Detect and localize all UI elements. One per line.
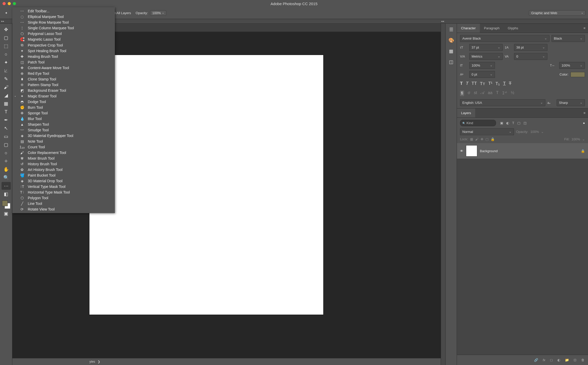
flyout-item-dodge-tool[interactable]: ◓Dodge Tool	[12, 99, 115, 105]
kerning-dropdown[interactable]: Metrics	[469, 53, 503, 60]
zoom-tool[interactable]: 🔍	[2, 174, 11, 181]
layer-thumbnail[interactable]	[466, 145, 477, 157]
discretionary-lig-button[interactable]: st	[474, 90, 477, 96]
blend-mode-dropdown[interactable]: Normal	[460, 128, 514, 135]
ligatures-button[interactable]: fi	[460, 90, 464, 96]
layer-mask-icon[interactable]: ◻	[550, 358, 553, 362]
flyout-item-content-aware-move-tool[interactable]: ✥Content-Aware Move Tool	[12, 65, 115, 71]
layer-row[interactable]: 👁 Background 🔒	[457, 143, 588, 159]
layer-list[interactable]: 👁 Background 🔒	[457, 143, 588, 355]
flyout-item-count-tool[interactable]: 1₂₃Count Tool	[12, 144, 115, 150]
flyout-item-sponge-tool[interactable]: ❉Sponge Tool	[12, 110, 115, 116]
workspace-dropdown[interactable]: Graphic and Web	[529, 10, 585, 16]
flyout-item-red-eye-tool[interactable]: ⊕Red Eye Tool	[12, 71, 115, 76]
ellipse-tool[interactable]: ○	[2, 149, 11, 157]
edit-toolbar-tool[interactable]: ⋯	[2, 182, 11, 190]
flyout-item-note-tool[interactable]: ▤Note Tool	[12, 139, 115, 144]
flyout-item-magic-eraser-tool[interactable]: ✦Magic Eraser Tool	[12, 93, 115, 99]
quick-mask-tool[interactable]: ◧	[2, 190, 11, 198]
visibility-icon[interactable]: 👁	[460, 149, 463, 153]
flyout-item-healing-brush-tool[interactable]: ✚Healing Brush Tool	[12, 54, 115, 59]
layer-group-icon[interactable]: 📁	[565, 358, 569, 362]
link-layers-icon[interactable]: 🔗	[534, 358, 538, 362]
underline-button[interactable]: T	[503, 81, 506, 86]
flyout-item-elliptical-marquee-tool[interactable]: ◌Elliptical Marquee Tool	[12, 14, 115, 20]
flyout-item-rotate-view-tool[interactable]: ⟳Rotate View Tool	[12, 206, 115, 212]
flyout-item-single-row-marquee-tool[interactable]: ⋯Single Row Marquee Tool	[12, 20, 115, 25]
swash-button[interactable]: 𝒜	[481, 90, 484, 96]
hand-tool[interactable]: ✋	[2, 166, 11, 173]
foreground-color-swatch[interactable]	[2, 200, 8, 206]
italic-button[interactable]: T	[466, 81, 468, 86]
panel-menu-icon[interactable]: ≡	[581, 24, 588, 33]
color-swatches[interactable]	[2, 200, 11, 209]
filter-adjust-icon[interactable]: ◐	[506, 121, 509, 125]
flyout-item-sharpen-tool[interactable]: ▲Sharpen Tool	[12, 122, 115, 127]
filter-shape-icon[interactable]: ▢	[517, 121, 520, 125]
swatches-panel-icon[interactable]: ▦	[449, 48, 453, 54]
flyout-item-vertical-type-mask-tool[interactable]: ⸽TVertical Type Mask Tool	[12, 184, 115, 189]
maximize-window-button[interactable]	[13, 2, 16, 5]
contextual-alt-button[interactable]: σ	[468, 90, 470, 96]
flyout-item-clone-stamp-tool[interactable]: ⧯Clone Stamp Tool	[12, 76, 115, 82]
filter-pixel-icon[interactable]: ▣	[500, 121, 503, 125]
brush-tool[interactable]: 🖌	[2, 83, 11, 91]
antialias-dropdown[interactable]: Sharp	[557, 99, 585, 106]
font-size-dropdown[interactable]: 37 pt	[469, 44, 503, 51]
tracking-dropdown[interactable]: 0	[514, 53, 547, 60]
status-arrow-icon[interactable]: ❯	[98, 360, 100, 363]
fill-value[interactable]: 100%	[572, 137, 580, 141]
leading-dropdown[interactable]: 38 pt	[514, 44, 547, 51]
rounded-rect-tool[interactable]: ▢	[2, 141, 11, 149]
rectangle-tool[interactable]: ▭	[2, 133, 11, 140]
flyout-item-line-tool[interactable]: ╱Line Tool	[12, 201, 115, 206]
smallcaps-button[interactable]: Tᴛ	[480, 81, 485, 86]
chevron-down-icon[interactable]: ⌄	[582, 137, 585, 141]
lock-icon[interactable]: 🔒	[581, 149, 585, 153]
flyout-item-smudge-tool[interactable]: 〰Smudge Tool	[12, 127, 115, 133]
layers-panel-menu-icon[interactable]: ≡	[581, 108, 588, 117]
flyout-item-edit-toolbar[interactable]: ⋯Edit Toolbar...	[12, 8, 115, 14]
allcaps-button[interactable]: TT	[472, 81, 477, 86]
flyout-item-3d-material-drop-tool[interactable]: ◈3D Material Drop Tool	[12, 178, 115, 184]
new-layer-icon[interactable]: ⊡	[574, 358, 576, 362]
stylistic-alt-button[interactable]: aa	[488, 90, 492, 96]
bold-button[interactable]: T	[460, 81, 463, 86]
lock-pixels-icon[interactable]: 🖌	[475, 137, 479, 141]
custom-shape-tool[interactable]: ✧	[2, 157, 11, 165]
filter-type-icon[interactable]: T	[512, 121, 514, 125]
eraser-tool[interactable]: ◢	[2, 92, 11, 99]
layer-opacity-value[interactable]: 100%	[530, 130, 539, 134]
tab-layers[interactable]: Layers	[457, 108, 475, 117]
marquee-tool[interactable]: ⬚	[2, 42, 11, 50]
tab-character[interactable]: Character	[457, 24, 480, 33]
flyout-item-magnetic-lasso-tool[interactable]: 🧲Magnetic Lasso Tool	[12, 36, 115, 42]
close-window-button[interactable]	[3, 2, 6, 5]
flyout-item-single-column-marquee-tool[interactable]: ⋮Single Column Marquee Tool	[12, 25, 115, 31]
layer-fx-icon[interactable]: fx	[543, 358, 545, 362]
flyout-item-burn-tool[interactable]: ✊Burn Tool	[12, 105, 115, 110]
tab-glyphs[interactable]: Glyphs	[504, 24, 522, 33]
artboard-tool[interactable]: ▢	[2, 34, 11, 42]
flyout-item-background-eraser-tool[interactable]: ◩Background Eraser Tool	[12, 88, 115, 93]
pen-tool[interactable]: ✒	[2, 116, 11, 124]
superscript-button[interactable]: T¹	[488, 81, 492, 86]
type-tool[interactable]: T	[2, 108, 11, 116]
lock-transparency-icon[interactable]: ▦	[470, 137, 473, 141]
flyout-item-paint-bucket-tool[interactable]: 🪣Paint Bucket Tool	[12, 172, 115, 178]
flyout-item-polygon-tool[interactable]: ⬡Polygon Tool	[12, 195, 115, 201]
eyedropper-tool[interactable]: ✎	[2, 75, 11, 83]
flyout-item-history-brush-tool[interactable]: ↺History Brush Tool	[12, 161, 115, 167]
subscript-button[interactable]: T₁	[495, 81, 500, 86]
libraries-panel-icon[interactable]: ◫	[449, 59, 453, 65]
font-family-dropdown[interactable]: Avenir Black	[460, 35, 549, 42]
flyout-item-blur-tool[interactable]: 💧Blur Tool	[12, 116, 115, 122]
flyout-item-patch-tool[interactable]: ◫Patch Tool	[12, 59, 115, 65]
fractions-button[interactable]: ½	[511, 90, 514, 96]
hscale-input[interactable]: 100%	[559, 62, 585, 69]
layer-name[interactable]: Background	[480, 149, 498, 153]
canvas[interactable]	[89, 55, 323, 315]
layer-filter-kind-dropdown[interactable]: Kind	[460, 120, 496, 126]
filter-toggle-icon[interactable]: ●	[583, 121, 585, 125]
flyout-item-horizontal-type-mask-tool[interactable]: T⸽Horizontal Type Mask Tool	[12, 189, 115, 195]
